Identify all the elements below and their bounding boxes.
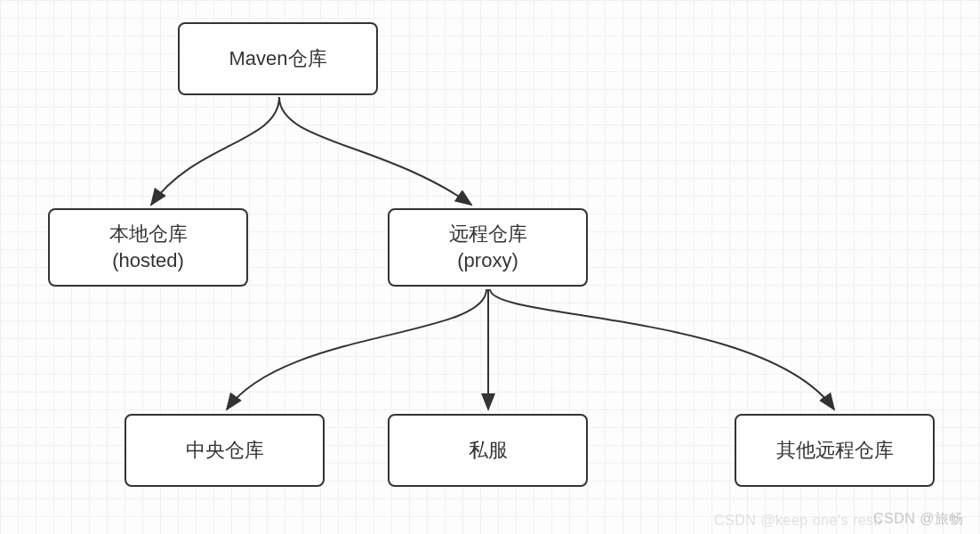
node-maven-repo: Maven仓库 [178, 22, 378, 95]
node-remote-repo: 远程仓库 (proxy) [388, 208, 588, 287]
node-private-server: 私服 [388, 414, 588, 487]
node-label-line2: (proxy) [457, 247, 518, 274]
node-label: 其他远程仓库 [776, 437, 894, 464]
node-local-repo: 本地仓库 (hosted) [48, 208, 248, 287]
watermark-text-right: CSDN @旅畅 [873, 510, 964, 529]
node-label-line2: (hosted) [112, 247, 184, 274]
node-central-repo: 中央仓库 [125, 414, 325, 487]
node-label-line1: 远程仓库 [449, 221, 527, 247]
watermark-text-left: CSDN @keep one's reso [714, 513, 882, 529]
node-label: 中央仓库 [186, 437, 264, 464]
node-other-remote: 其他远程仓库 [735, 414, 935, 487]
node-label: 私服 [469, 437, 508, 464]
node-label-line1: 本地仓库 [109, 221, 188, 247]
node-label: Maven仓库 [229, 45, 326, 72]
